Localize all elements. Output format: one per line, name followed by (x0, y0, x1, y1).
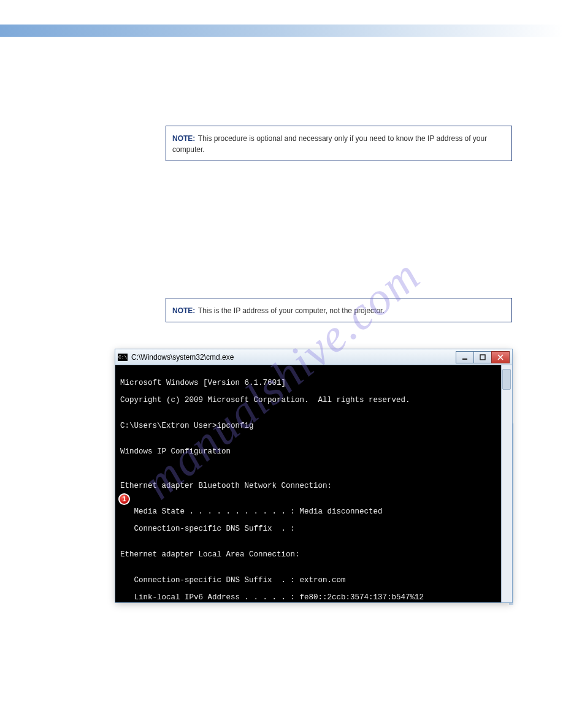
note-body: This is the IP address of your computer,… (198, 306, 385, 315)
minimize-icon (462, 354, 468, 360)
titlebar[interactable]: C:\Windows\system32\cmd.exe (115, 349, 512, 365)
note-body: This procedure is optional and necessary… (172, 134, 487, 154)
term-line: Link-local IPv6 Address . . . . . : fe80… (120, 593, 506, 602)
term-line: Microsoft Windows [Version 6.1.7601] (120, 379, 506, 387)
note-label: NOTE: (172, 134, 195, 143)
term-line: Windows IP Configuration (120, 447, 506, 456)
term-line: Media State . . . . . . . . . . . : Medi… (120, 507, 506, 516)
note-label: NOTE: (172, 306, 195, 315)
close-button[interactable] (491, 351, 510, 363)
maximize-button[interactable] (473, 351, 492, 363)
callout-badge-1: 1 (118, 493, 130, 505)
terminal-scrollbar[interactable] (501, 365, 512, 602)
term-line: Copyright (c) 2009 Microsoft Corporation… (120, 396, 506, 404)
svg-rect-0 (462, 358, 467, 360)
window-controls (456, 351, 510, 363)
term-line: Connection-specific DNS Suffix . : (120, 525, 506, 533)
note-box-1: NOTE: This procedure is optional and nec… (166, 126, 512, 161)
window-title: C:\Windows\system32\cmd.exe (131, 353, 456, 362)
term-line: C:\Users\Extron User>ipconfig (120, 422, 506, 430)
cmd-window: C:\Windows\system32\cmd.exe Microsoft Wi… (115, 349, 512, 602)
scrollbar-thumb[interactable] (502, 369, 511, 390)
term-line: Connection-specific DNS Suffix . : extro… (120, 576, 506, 585)
cmd-icon (118, 354, 128, 361)
terminal-output: Microsoft Windows [Version 6.1.7601] Cop… (115, 365, 512, 602)
close-icon (497, 354, 504, 360)
term-line: Ethernet adapter Bluetooth Network Conne… (120, 482, 506, 490)
term-line: Ethernet adapter Local Area Connection: (120, 550, 506, 559)
svg-rect-1 (480, 355, 485, 360)
note-box-2: NOTE: This is the IP address of your com… (166, 298, 512, 322)
header-gradient (0, 25, 563, 37)
minimize-button[interactable] (456, 351, 474, 363)
maximize-icon (480, 354, 486, 360)
